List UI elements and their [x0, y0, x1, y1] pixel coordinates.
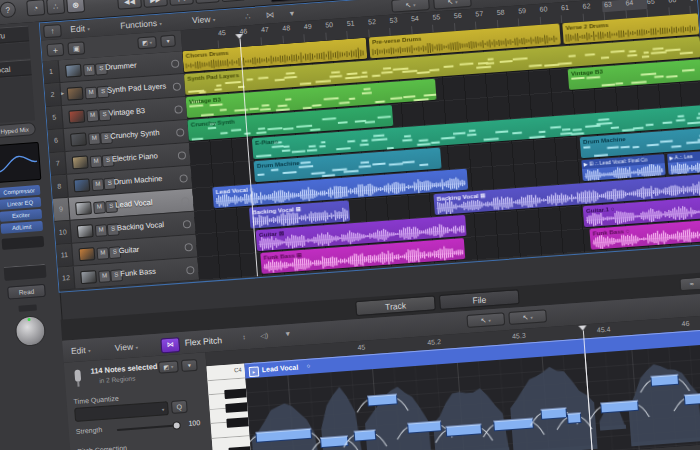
strength-slider[interactable]: [117, 424, 181, 431]
go-to-beginning-button[interactable]: |◀: [169, 0, 194, 6]
waveform-zoom-button-2[interactable]: ≈: [679, 277, 700, 292]
tuner-button[interactable]: ∴: [46, 0, 65, 15]
input-monitor-button[interactable]: [178, 151, 187, 160]
region-lanes[interactable]: Chorus DrumsPre-verse DrumsVerse 2 Drums…: [182, 13, 700, 280]
mute-button[interactable]: M: [88, 132, 101, 145]
automation-icon[interactable]: ∴: [245, 11, 251, 21]
command-click-tool-menu[interactable]: ↖ ▾: [433, 0, 472, 10]
play-button[interactable]: ▶: [195, 0, 220, 4]
track-zoom-button[interactable]: ◩ ▾: [137, 36, 157, 49]
speaker-icon[interactable]: ◁): [260, 332, 268, 341]
ruler-bar-number: 63: [604, 0, 625, 10]
edit-menu[interactable]: Edit ▾: [70, 23, 90, 34]
track-instrument-icon: [67, 87, 84, 101]
track-instrument-icon: [77, 224, 94, 238]
mute-button[interactable]: M: [86, 109, 99, 122]
editor-ruler-tick: 45.2: [427, 338, 441, 346]
mute-button[interactable]: M: [83, 64, 96, 77]
hide-inspector-button[interactable]: ↑: [43, 24, 62, 38]
chevron-down-icon: ▾: [159, 21, 162, 27]
ruler-bar-number: 62: [582, 1, 603, 11]
add-track-button[interactable]: +: [46, 43, 64, 57]
input-monitor-button[interactable]: [184, 243, 193, 252]
mute-button[interactable]: M: [98, 270, 111, 283]
loop-badge-icon: ○: [306, 363, 310, 369]
pause-button[interactable]: ▮▮: [221, 0, 246, 2]
duplicate-track-button[interactable]: ▣: [67, 41, 85, 55]
disclosure-triangle-icon[interactable]: ▸: [61, 89, 65, 96]
ruler-bar-number: 54: [411, 14, 432, 24]
ruler-bar-number: 67: [690, 0, 698, 4]
quantize-apply-button[interactable]: Q: [171, 400, 188, 414]
mute-button[interactable]: M: [93, 201, 106, 214]
input-monitor-button[interactable]: [176, 128, 185, 137]
ruler-bar-number: 51: [346, 19, 367, 29]
rewind-button[interactable]: ◀◀: [117, 0, 142, 10]
screen: ? ◔ ∴ ⊛ ◀◀▶▶|◀▶▮▮● ♪ 46 1 3 1 Snap: Smar…: [0, 0, 700, 450]
input-monitor-button[interactable]: [186, 266, 195, 275]
mute-button[interactable]: M: [96, 247, 109, 260]
chevron-down-icon: ▾: [213, 17, 216, 23]
region-lea[interactable]: ▶ A ∴ Lea: [667, 151, 700, 175]
ruler-bar-number: 55: [432, 12, 453, 22]
tab-file[interactable]: File: [439, 289, 520, 310]
master-button[interactable]: ⊛: [66, 0, 85, 13]
strength-label: Strength: [76, 426, 103, 435]
ruler-bar-number: 64: [625, 0, 646, 9]
track-name: Vintage B3: [108, 106, 145, 118]
region-icon: ▸: [249, 366, 260, 377]
track-instrument-icon: [68, 109, 85, 123]
time-quantize-field[interactable]: ▾: [74, 401, 169, 422]
help-button[interactable]: ?: [0, 1, 16, 18]
nudge-stepper-icon[interactable]: ↕: [242, 333, 246, 340]
flex-mode-label[interactable]: Flex Pitch: [184, 335, 222, 348]
workspace: ↑ Edit ▾ Functions ▾ View ▾ ∴ ⋈ ▾ ↖ ▾ ↖ …: [0, 0, 700, 450]
track-name: Drummer: [105, 61, 137, 72]
black-key[interactable]: [224, 388, 247, 399]
view-menu[interactable]: View ▾: [192, 14, 216, 26]
editor-command-click-tool-menu[interactable]: ↖ ▾: [508, 309, 547, 325]
ruler-bar-number: 48: [282, 23, 303, 33]
track-number: 12: [58, 267, 76, 290]
track-list: 1MSDrummer2▸MSSynth Pad Layers5MSVintage…: [43, 51, 199, 291]
flex-mode-icon[interactable]: ⋈: [160, 337, 180, 353]
chevron-down-icon: ▾: [88, 348, 91, 354]
editor-view-menu[interactable]: View ▾: [114, 341, 138, 353]
flex-icon[interactable]: ⋈: [265, 9, 274, 20]
funnel-icon[interactable]: ▼: [284, 330, 291, 337]
functions-menu[interactable]: Functions ▾: [120, 18, 162, 31]
input-monitor-button[interactable]: [171, 59, 180, 68]
editor-left-click-tool-menu[interactable]: ↖ ▾: [466, 312, 505, 328]
ruler-bar-number: 59: [518, 6, 539, 16]
input-monitor-button[interactable]: [183, 220, 192, 229]
note-view-button[interactable]: ◩ ▾: [158, 360, 179, 373]
tab-track[interactable]: Track: [355, 295, 436, 316]
forward-button[interactable]: ▶▶: [143, 0, 168, 8]
input-monitor-button[interactable]: [173, 82, 182, 91]
ruler-bar-number: 65: [647, 0, 668, 7]
track-instrument-icon: [72, 155, 89, 169]
track-instrument-icon: [65, 64, 82, 78]
metronome-button[interactable]: ◔: [26, 0, 45, 16]
catch-playhead-icon[interactable]: ▾: [289, 8, 294, 18]
input-monitor-button[interactable]: [181, 197, 190, 206]
mute-button[interactable]: M: [91, 178, 104, 191]
collapse-button[interactable]: ▾: [181, 359, 198, 372]
input-monitor-button[interactable]: [179, 174, 188, 183]
mute-button[interactable]: M: [95, 224, 108, 237]
track-name: Guitar: [118, 245, 139, 255]
track-height-button[interactable]: ▾: [160, 35, 176, 48]
ruler-bar-number: 52: [368, 17, 389, 27]
mute-button[interactable]: M: [90, 155, 103, 168]
left-click-tool-menu[interactable]: ↖ ▾: [391, 0, 430, 13]
editor-ruler-tick: 45: [357, 344, 365, 352]
track-number: 7: [49, 152, 67, 175]
input-monitor-button[interactable]: [174, 105, 183, 114]
track-instrument-icon: [78, 247, 95, 261]
editor-edit-menu[interactable]: Edit ▾: [71, 345, 91, 356]
strength-slider-knob[interactable]: [172, 421, 181, 430]
track-number: 1: [43, 60, 61, 83]
black-key[interactable]: [225, 402, 248, 413]
black-key[interactable]: [226, 417, 249, 428]
mute-button[interactable]: M: [85, 87, 98, 100]
